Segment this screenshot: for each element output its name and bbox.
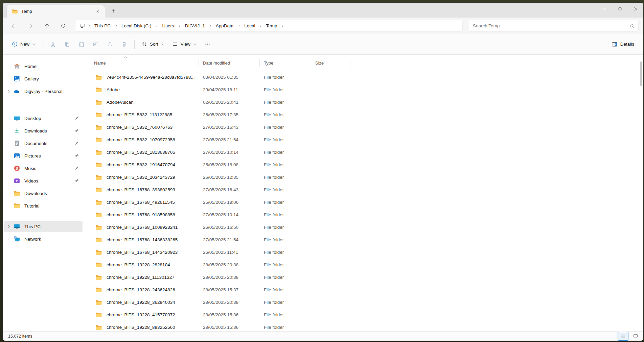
breadcrumb-item[interactable]: Local [241, 22, 258, 30]
table-row[interactable]: chrome_BITS_19228_11130132728/05/2025 20… [85, 271, 643, 284]
table-row[interactable]: chrome_BITS_16768_91859885827/05/2025 10… [85, 209, 643, 221]
delete-button[interactable] [117, 38, 131, 51]
vertical-scrollbar[interactable] [640, 62, 642, 86]
navigation-pane: HomeGalleryDigvijay - PersonalDesktopDow… [3, 55, 85, 331]
table-row[interactable]: chrome_BITS_16768_144342092326/05/2025 1… [85, 246, 643, 259]
date-modified-cell: 28/05/2025 15:36 [199, 312, 260, 317]
column-header-date-modified[interactable]: Date modified [199, 55, 260, 71]
cut-button[interactable] [46, 38, 60, 51]
date-modified-cell: 27/05/2025 16:43 [199, 125, 260, 130]
table-row[interactable]: 7e84c44f-2356-4459-9e4a-28c8a7fd5788...0… [85, 71, 643, 83]
more-button[interactable] [201, 38, 215, 51]
date-modified-cell: 27/05/2025 10:14 [199, 212, 260, 217]
back-button[interactable] [7, 20, 20, 31]
sidebar-item-network[interactable]: Network [4, 233, 83, 245]
table-row[interactable]: chrome_BITS_19228_24362482628/05/2025 15… [85, 284, 643, 296]
file-name-cell: chrome_BITS_19228_883252560 [85, 324, 199, 331]
table-row[interactable]: chrome_BITS_5832_107097295827/05/2025 21… [85, 133, 643, 146]
breadcrumb-item[interactable]: DIGVIJ~1 [182, 22, 208, 30]
tab-temp[interactable]: Temp [7, 5, 105, 18]
folder-icon [95, 312, 102, 318]
breadcrumb-chevron-icon [177, 24, 182, 28]
table-row[interactable]: chrome_BITS_16768_49261154525/05/2025 18… [85, 196, 643, 209]
new-tab-button[interactable] [108, 5, 119, 16]
sidebar-item-pictures[interactable]: Pictures [4, 150, 83, 162]
date-modified-cell: 28/05/2025 15:36 [199, 325, 260, 330]
sidebar-item-this-pc[interactable]: This PC [4, 221, 83, 232]
breadcrumb-item[interactable]: AppData [213, 22, 237, 30]
forward-button[interactable] [24, 20, 36, 31]
breadcrumb-item[interactable]: Local Disk (C:) [118, 22, 155, 30]
chevron-right-icon[interactable] [4, 237, 13, 241]
details-view-button[interactable] [618, 332, 628, 340]
close-button[interactable] [628, 3, 643, 15]
table-row[interactable]: chrome_BITS_5832_191647079425/05/2025 18… [85, 158, 643, 171]
date-modified-cell: 27/05/2025 21:54 [199, 137, 260, 142]
table-row[interactable]: chrome_BITS_16768_39380259927/05/2025 16… [85, 184, 643, 196]
pin-icon [74, 128, 79, 133]
refresh-button[interactable] [57, 20, 69, 31]
folder-icon [95, 124, 102, 131]
rename-button[interactable] [89, 38, 103, 51]
breadcrumb-item[interactable]: This PC [91, 22, 114, 30]
sidebar-item-documents[interactable]: Documents [4, 138, 83, 149]
share-button[interactable] [103, 38, 117, 51]
sidebar-item-digvijay-personal[interactable]: Digvijay - Personal [4, 86, 83, 97]
tab-close-button[interactable] [93, 7, 102, 16]
table-row[interactable]: chrome_BITS_5832_181363870527/05/2025 10… [85, 146, 643, 158]
column-header-label: Size [315, 60, 324, 66]
breadcrumb-item[interactable]: Temp [263, 22, 280, 30]
table-row[interactable]: chrome_BITS_5832_203424372926/05/2025 12… [85, 171, 643, 184]
chevron-right-icon[interactable] [4, 89, 13, 93]
sidebar-item-downloads[interactable]: Downloads [4, 125, 83, 137]
sidebar-item-downloads[interactable]: Downloads [4, 188, 83, 199]
maximize-button[interactable] [612, 3, 628, 15]
table-row[interactable]: Adobe29/04/2025 18:11File folder [85, 83, 643, 96]
chevron-right-icon[interactable] [4, 224, 13, 228]
column-headers: NameDate modifiedTypeSize [85, 55, 643, 71]
folder-icon [95, 274, 102, 281]
pictures-icon [13, 152, 21, 159]
up-button[interactable] [41, 20, 53, 31]
large-icons-view-button[interactable] [630, 332, 641, 340]
sidebar-item-tutorial[interactable]: Tutorial [4, 200, 83, 212]
file-name: chrome_BITS_5832_1813638705 [107, 150, 175, 155]
table-row[interactable]: chrome_BITS_5832_76007676327/05/2025 16:… [85, 121, 643, 133]
table-row[interactable]: chrome_BITS_19228_88325256028/05/2025 15… [85, 321, 643, 331]
file-name-cell: chrome_BITS_16768_918598858 [85, 212, 199, 218]
breadcrumb-item[interactable]: Users [159, 22, 177, 30]
sidebar-item-gallery[interactable]: Gallery [4, 73, 83, 84]
sidebar-item-desktop[interactable]: Desktop [4, 113, 83, 124]
table-row[interactable]: chrome_BITS_19228_36294003428/05/2025 20… [85, 296, 643, 309]
folder-icon [95, 287, 102, 293]
table-row[interactable]: chrome_BITS_19228_282810428/05/2025 20:3… [85, 259, 643, 271]
view-button[interactable]: View [168, 38, 201, 51]
new-button[interactable]: New [8, 38, 40, 51]
column-header-size[interactable]: Size [311, 55, 350, 71]
sort-button[interactable]: Sort [138, 38, 168, 51]
sidebar-item-videos[interactable]: Videos [4, 175, 83, 187]
paste-button[interactable] [74, 38, 89, 51]
table-row[interactable]: chrome_BITS_16768_100992324126/05/2025 1… [85, 221, 643, 234]
breadcrumb[interactable]: This PCLocal Disk (C:)UsersDIGVIJ~1AppDa… [75, 20, 463, 32]
table-row[interactable]: chrome_BITS_16768_143633826527/05/2025 2… [85, 234, 643, 246]
sidebar-item-home[interactable]: Home [4, 60, 83, 72]
table-row[interactable]: chrome_BITS_5832_11312288526/05/2025 17:… [85, 108, 643, 121]
sidebar-item-label: Gallery [24, 76, 39, 81]
type-cell: File folder [260, 175, 311, 180]
column-header-type[interactable]: Type [260, 55, 311, 71]
search-box[interactable]: Search Temp [469, 20, 639, 32]
sidebar-item-label: Digvijay - Personal [24, 89, 63, 94]
pin-icon [74, 178, 79, 183]
sidebar-item-music[interactable]: Music [4, 163, 83, 174]
this-pc-device-icon[interactable] [78, 23, 87, 28]
file-list-pane: NameDate modifiedTypeSize 7e84c44f-2356-… [85, 55, 643, 331]
table-row[interactable]: chrome_BITS_19228_41577037228/05/2025 15… [85, 309, 643, 321]
search-input[interactable]: Search Temp [473, 23, 500, 28]
minimize-button[interactable] [597, 3, 612, 15]
search-icon[interactable] [629, 23, 635, 28]
table-row[interactable]: AdobeVulcan02/05/2025 20:41File folder [85, 96, 643, 108]
column-header-name[interactable]: Name [85, 55, 199, 71]
copy-button[interactable] [60, 38, 74, 51]
details-pane-button[interactable]: Details [608, 38, 638, 51]
